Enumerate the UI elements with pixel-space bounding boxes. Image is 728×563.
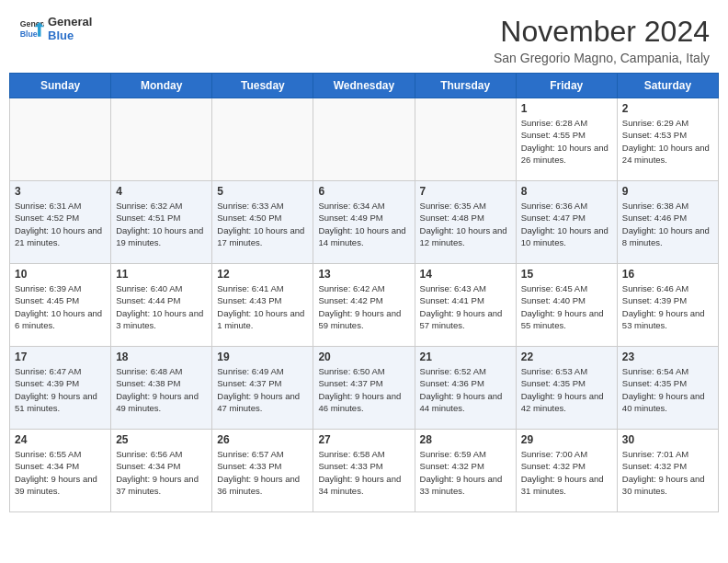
day-number: 1 xyxy=(521,102,612,115)
day-cell: 22Sunrise: 6:53 AM Sunset: 4:35 PM Dayli… xyxy=(516,347,617,430)
day-info: Sunrise: 7:01 AM Sunset: 4:32 PM Dayligh… xyxy=(622,448,713,497)
day-info: Sunrise: 6:34 AM Sunset: 4:49 PM Dayligh… xyxy=(318,200,409,248)
day-cell: 17Sunrise: 6:47 AM Sunset: 4:39 PM Dayli… xyxy=(10,347,111,430)
day-info: Sunrise: 6:38 AM Sunset: 4:46 PM Dayligh… xyxy=(622,200,713,248)
day-cell: 5Sunrise: 6:33 AM Sunset: 4:50 PM Daylig… xyxy=(212,181,313,264)
calendar-table: SundayMondayTuesdayWednesdayThursdayFrid… xyxy=(9,73,719,512)
calendar-header: SundayMondayTuesdayWednesdayThursdayFrid… xyxy=(10,74,719,98)
day-cell: 27Sunrise: 6:58 AM Sunset: 4:33 PM Dayli… xyxy=(313,430,415,512)
day-cell: 21Sunrise: 6:52 AM Sunset: 4:36 PM Dayli… xyxy=(415,347,516,430)
day-cell: 18Sunrise: 6:48 AM Sunset: 4:38 PM Dayli… xyxy=(111,347,212,430)
day-cell xyxy=(313,98,415,181)
day-info: Sunrise: 6:40 AM Sunset: 4:44 PM Dayligh… xyxy=(116,282,207,331)
day-cell: 4Sunrise: 6:32 AM Sunset: 4:51 PM Daylig… xyxy=(111,181,212,264)
weekday-header-friday: Friday xyxy=(516,74,617,98)
logo-icon: General Blue xyxy=(18,16,44,41)
day-cell: 1Sunrise: 6:28 AM Sunset: 4:55 PM Daylig… xyxy=(516,98,617,181)
day-number: 3 xyxy=(15,185,106,198)
weekday-header-monday: Monday xyxy=(111,74,212,98)
logo-text-general: General xyxy=(48,15,92,29)
day-info: Sunrise: 6:46 AM Sunset: 4:39 PM Dayligh… xyxy=(622,282,713,331)
calendar-week-1: 1Sunrise: 6:28 AM Sunset: 4:55 PM Daylig… xyxy=(10,98,719,181)
day-number: 12 xyxy=(217,268,308,281)
day-cell xyxy=(415,98,516,181)
day-info: Sunrise: 6:45 AM Sunset: 4:40 PM Dayligh… xyxy=(521,282,612,331)
calendar-week-4: 17Sunrise: 6:47 AM Sunset: 4:39 PM Dayli… xyxy=(10,347,719,430)
calendar-week-2: 3Sunrise: 6:31 AM Sunset: 4:52 PM Daylig… xyxy=(10,181,719,264)
day-cell: 6Sunrise: 6:34 AM Sunset: 4:49 PM Daylig… xyxy=(313,181,415,264)
day-cell: 10Sunrise: 6:39 AM Sunset: 4:45 PM Dayli… xyxy=(10,264,111,347)
day-number: 16 xyxy=(622,268,713,281)
day-number: 26 xyxy=(217,433,308,446)
day-info: Sunrise: 6:28 AM Sunset: 4:55 PM Dayligh… xyxy=(521,117,612,166)
day-cell: 13Sunrise: 6:42 AM Sunset: 4:42 PM Dayli… xyxy=(313,264,415,347)
day-number: 2 xyxy=(622,102,713,115)
calendar-container: SundayMondayTuesdayWednesdayThursdayFrid… xyxy=(0,73,728,522)
day-number: 14 xyxy=(420,268,511,281)
day-cell: 23Sunrise: 6:54 AM Sunset: 4:35 PM Dayli… xyxy=(617,347,718,430)
day-number: 15 xyxy=(521,268,612,281)
day-number: 13 xyxy=(318,268,409,281)
day-info: Sunrise: 6:31 AM Sunset: 4:52 PM Dayligh… xyxy=(15,200,106,248)
day-cell: 24Sunrise: 6:55 AM Sunset: 4:34 PM Dayli… xyxy=(10,430,111,512)
day-cell: 29Sunrise: 7:00 AM Sunset: 4:32 PM Dayli… xyxy=(516,430,617,512)
day-cell: 25Sunrise: 6:56 AM Sunset: 4:34 PM Dayli… xyxy=(111,430,212,512)
day-cell: 2Sunrise: 6:29 AM Sunset: 4:53 PM Daylig… xyxy=(617,98,718,181)
calendar-week-5: 24Sunrise: 6:55 AM Sunset: 4:34 PM Dayli… xyxy=(10,430,719,512)
day-cell: 3Sunrise: 6:31 AM Sunset: 4:52 PM Daylig… xyxy=(10,181,111,264)
logo-text-blue: Blue xyxy=(48,29,92,42)
day-cell: 14Sunrise: 6:43 AM Sunset: 4:41 PM Dayli… xyxy=(415,264,516,347)
weekday-header-wednesday: Wednesday xyxy=(313,74,415,98)
day-info: Sunrise: 6:43 AM Sunset: 4:41 PM Dayligh… xyxy=(420,282,511,331)
day-number: 5 xyxy=(217,185,308,198)
day-cell: 19Sunrise: 6:49 AM Sunset: 4:37 PM Dayli… xyxy=(212,347,313,430)
weekday-header-thursday: Thursday xyxy=(415,74,516,98)
day-number: 19 xyxy=(217,350,308,363)
day-number: 7 xyxy=(420,185,511,198)
day-number: 8 xyxy=(521,185,612,198)
day-number: 24 xyxy=(15,433,106,446)
day-cell xyxy=(212,98,313,181)
day-number: 6 xyxy=(318,185,409,198)
weekday-header-sunday: Sunday xyxy=(10,74,111,98)
day-number: 21 xyxy=(420,350,511,363)
logo: General Blue General Blue xyxy=(18,15,92,42)
day-number: 9 xyxy=(622,185,713,198)
day-cell: 16Sunrise: 6:46 AM Sunset: 4:39 PM Dayli… xyxy=(617,264,718,347)
day-number: 30 xyxy=(622,433,713,446)
day-cell: 11Sunrise: 6:40 AM Sunset: 4:44 PM Dayli… xyxy=(111,264,212,347)
day-info: Sunrise: 6:32 AM Sunset: 4:51 PM Dayligh… xyxy=(116,200,207,248)
day-number: 28 xyxy=(420,433,511,446)
day-number: 17 xyxy=(15,350,106,363)
page-header: General Blue General Blue November 2024 … xyxy=(0,0,728,73)
month-title: November 2024 xyxy=(494,15,710,49)
day-cell: 26Sunrise: 6:57 AM Sunset: 4:33 PM Dayli… xyxy=(212,430,313,512)
day-info: Sunrise: 6:53 AM Sunset: 4:35 PM Dayligh… xyxy=(521,365,612,414)
day-info: Sunrise: 6:29 AM Sunset: 4:53 PM Dayligh… xyxy=(622,117,713,166)
day-number: 20 xyxy=(318,350,409,363)
day-info: Sunrise: 6:55 AM Sunset: 4:34 PM Dayligh… xyxy=(15,448,106,497)
day-number: 27 xyxy=(318,433,409,446)
day-info: Sunrise: 6:47 AM Sunset: 4:39 PM Dayligh… xyxy=(15,365,106,414)
weekday-header-tuesday: Tuesday xyxy=(212,74,313,98)
calendar-body: 1Sunrise: 6:28 AM Sunset: 4:55 PM Daylig… xyxy=(10,98,719,512)
day-number: 18 xyxy=(116,350,207,363)
day-cell: 30Sunrise: 7:01 AM Sunset: 4:32 PM Dayli… xyxy=(617,430,718,512)
day-number: 10 xyxy=(15,268,106,281)
day-info: Sunrise: 6:41 AM Sunset: 4:43 PM Dayligh… xyxy=(217,282,308,331)
day-cell: 28Sunrise: 6:59 AM Sunset: 4:32 PM Dayli… xyxy=(415,430,516,512)
day-info: Sunrise: 6:59 AM Sunset: 4:32 PM Dayligh… xyxy=(420,448,511,497)
day-info: Sunrise: 6:42 AM Sunset: 4:42 PM Dayligh… xyxy=(318,282,409,331)
weekday-header-saturday: Saturday xyxy=(617,74,718,98)
day-info: Sunrise: 6:39 AM Sunset: 4:45 PM Dayligh… xyxy=(15,282,106,331)
day-cell: 20Sunrise: 6:50 AM Sunset: 4:37 PM Dayli… xyxy=(313,347,415,430)
day-number: 22 xyxy=(521,350,612,363)
title-section: November 2024 San Gregorio Magno, Campan… xyxy=(494,15,710,65)
svg-text:Blue: Blue xyxy=(20,29,38,39)
day-info: Sunrise: 6:33 AM Sunset: 4:50 PM Dayligh… xyxy=(217,200,308,248)
day-number: 29 xyxy=(521,433,612,446)
day-info: Sunrise: 6:52 AM Sunset: 4:36 PM Dayligh… xyxy=(420,365,511,414)
day-cell: 12Sunrise: 6:41 AM Sunset: 4:43 PM Dayli… xyxy=(212,264,313,347)
day-cell: 9Sunrise: 6:38 AM Sunset: 4:46 PM Daylig… xyxy=(617,181,718,264)
day-info: Sunrise: 6:57 AM Sunset: 4:33 PM Dayligh… xyxy=(217,448,308,497)
